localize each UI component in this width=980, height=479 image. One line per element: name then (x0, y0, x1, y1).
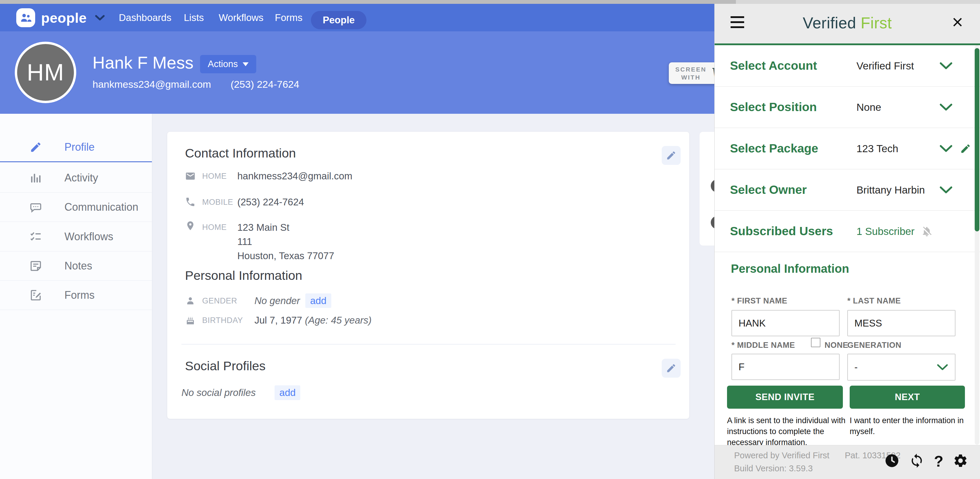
phone-value[interactable]: (253) 224-7624 (237, 195, 304, 209)
add-social-profile-link[interactable]: add (275, 385, 300, 400)
subscriber-count[interactable]: 1 Subscriber (856, 226, 915, 237)
sidebar-item-label: Notes (64, 260, 92, 272)
first-name-input[interactable]: HANK (732, 310, 840, 336)
select-account-value: Verified First (856, 60, 914, 72)
chat-bubble-icon (30, 201, 42, 213)
email-value[interactable]: hankmess234@gmail.com (237, 169, 352, 183)
sidebar-item-workflows[interactable]: Workflows (0, 222, 152, 251)
personal-information-form: Personal Information * FIRST NAME * LAST… (714, 252, 980, 445)
app-logo[interactable]: people (16, 8, 105, 27)
nav-item-forms[interactable]: Forms (275, 4, 302, 31)
close-icon[interactable] (951, 16, 964, 29)
select-owner-row[interactable]: Select Owner Brittany Harbin (714, 169, 980, 211)
app-logo-text: people (41, 10, 87, 26)
avatar: HM (15, 42, 76, 103)
next-description: I want to enter the information in mysel… (850, 415, 968, 437)
none-checkbox[interactable] (811, 338, 821, 347)
none-checkbox-label: NONE (824, 341, 848, 350)
sidebar-item-notes[interactable]: Notes (0, 251, 152, 281)
sidebar-item-activity[interactable]: Activity (0, 164, 152, 193)
contact-email[interactable]: hankmess234@gmail.com (92, 79, 211, 90)
add-gender-link[interactable]: add (305, 293, 331, 308)
address-row: HOME 123 Main St 111 Houston, Texas 7707… (185, 220, 334, 263)
caret-down-icon (243, 62, 248, 66)
checklist-icon (30, 231, 42, 243)
generation-select[interactable]: - (847, 354, 956, 380)
birthday-cake-icon (185, 315, 196, 326)
section-divider (181, 344, 676, 345)
email-type-label: HOME (196, 172, 237, 181)
panel-scrollbar-thumb[interactable] (975, 48, 979, 231)
middle-name-label: * MIDDLE NAME (732, 341, 795, 350)
people-logo-icon (16, 8, 35, 27)
gear-icon[interactable] (953, 453, 968, 469)
chevron-down-icon[interactable] (939, 62, 953, 70)
horizontal-scrollbar[interactable] (0, 0, 980, 4)
envelope-icon (185, 171, 196, 181)
middle-name-input[interactable]: F (732, 354, 840, 380)
phone-row: MOBILE (253) 224-7624 (185, 195, 304, 209)
powered-by-text: Powered by Verified First (734, 450, 829, 460)
chevron-down-icon[interactable] (939, 103, 953, 111)
person-icon (185, 296, 196, 306)
contact-information-card: Contact Information HOME hankmess234@gma… (167, 132, 689, 419)
edit-package-icon[interactable] (960, 143, 971, 154)
gender-row: GENDER No gender add (185, 294, 331, 308)
nav-item-people-active[interactable]: People (311, 11, 366, 29)
panel-scrollbar[interactable] (975, 45, 979, 445)
contact-info-title: Contact Information (185, 146, 296, 161)
location-pin-icon (185, 220, 196, 231)
screen-with-line2: WITH (681, 74, 701, 81)
history-clock-icon[interactable] (884, 453, 900, 469)
sidebar-item-label: Communication (64, 201, 138, 213)
verified-first-logo: Verified First (714, 14, 980, 32)
actions-button[interactable]: Actions (200, 55, 256, 73)
address-type-label: HOME (196, 220, 237, 232)
birthday-age-note: (Age: 45 years) (305, 315, 372, 326)
send-invite-button[interactable]: SEND INVITE (727, 386, 843, 409)
chevron-down-icon[interactable] (939, 186, 953, 194)
app-window: people Dashboards Lists Workflows Forms … (0, 0, 980, 479)
horizontal-scrollbar-thumb[interactable] (0, 0, 736, 4)
edit-social-profiles-button[interactable] (662, 359, 681, 378)
subscribed-users-row[interactable]: Subscribed Users 1 Subscriber (714, 211, 980, 252)
build-version: Build Version: 3.59.3 (734, 464, 813, 473)
email-row: HOME hankmess234@gmail.com (185, 169, 352, 183)
select-position-value: None (856, 101, 881, 113)
sidebar-item-forms[interactable]: Forms (0, 281, 152, 310)
screen-with-line1: SCREEN (675, 66, 706, 73)
last-name-input[interactable]: MESS (847, 310, 956, 336)
personal-info-title: Personal Information (185, 268, 302, 283)
select-package-value: 123 Tech (856, 143, 898, 154)
select-account-row[interactable]: Select Account Verified First (714, 45, 980, 87)
send-invite-description: A link is sent to the individual with in… (727, 415, 849, 448)
pencil-icon (30, 141, 42, 153)
no-social-profiles-text: No social profiles (181, 386, 256, 400)
sidebar-item-profile[interactable]: Profile (0, 133, 152, 162)
nav-item-dashboards[interactable]: Dashboards (119, 4, 172, 31)
chevron-down-icon[interactable] (94, 14, 105, 21)
sidebar-item-label: Activity (64, 172, 98, 184)
nav-item-workflows[interactable]: Workflows (219, 4, 264, 31)
next-button[interactable]: NEXT (850, 386, 965, 409)
generation-label: GENERATION (847, 341, 901, 350)
gender-label: GENDER (196, 296, 255, 306)
panel-footer: Powered by Verified First Pat. 10331502 … (714, 445, 980, 479)
sidebar-item-communication[interactable]: Communication (0, 193, 152, 222)
bar-chart-icon (30, 172, 42, 184)
first-name-label: * FIRST NAME (732, 296, 788, 306)
edit-contact-info-button[interactable] (662, 146, 681, 165)
sidebar-item-label: Profile (64, 141, 95, 153)
chevron-down-icon[interactable] (939, 145, 953, 153)
contact-phone[interactable]: (253) 224-7624 (231, 79, 299, 90)
last-name-label: * LAST NAME (847, 296, 901, 306)
nav-item-lists[interactable]: Lists (184, 4, 204, 31)
birthday-row: BIRTHDAY Jul 7, 1977 (Age: 45 years) (185, 313, 371, 328)
address-value[interactable]: 123 Main St 111 Houston, Texas 77077 (237, 220, 334, 263)
form-pencil-icon (30, 289, 42, 301)
refresh-icon[interactable] (909, 453, 924, 469)
help-icon[interactable]: ? (934, 454, 943, 469)
note-icon (30, 260, 42, 272)
select-package-row[interactable]: Select Package 123 Tech (714, 128, 980, 169)
select-position-row[interactable]: Select Position None (714, 87, 980, 128)
